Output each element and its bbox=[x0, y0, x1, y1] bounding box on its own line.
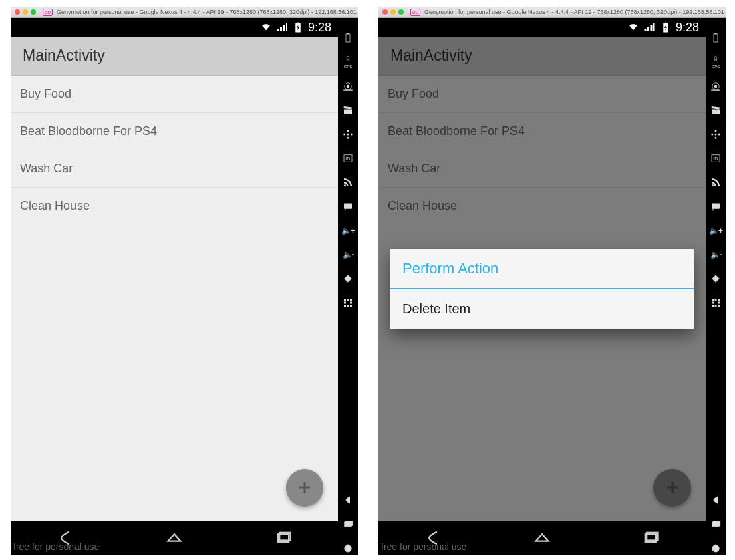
multitask-icon[interactable] bbox=[709, 517, 722, 531]
rss-icon[interactable] bbox=[341, 176, 355, 189]
move-icon[interactable] bbox=[709, 128, 722, 141]
sidebar-back-icon[interactable] bbox=[709, 493, 722, 507]
svg-rect-23 bbox=[350, 299, 352, 301]
id-icon[interactable]: ID bbox=[709, 152, 722, 165]
list-item[interactable]: Clean House bbox=[11, 188, 338, 225]
svg-rect-10 bbox=[344, 110, 352, 115]
recents-icon[interactable] bbox=[641, 529, 660, 547]
dialog-item-delete[interactable]: Delete Item bbox=[390, 289, 694, 329]
app-screen: MainActivity Buy Food Beat Bloodborne Fo… bbox=[378, 37, 706, 521]
list-item-label: Beat Bloodborne For PS4 bbox=[20, 124, 157, 138]
pixel-icon[interactable] bbox=[341, 296, 355, 309]
svg-rect-56 bbox=[718, 299, 720, 301]
svg-rect-24 bbox=[344, 302, 346, 304]
battery-icon[interactable] bbox=[341, 31, 355, 45]
signal-icon bbox=[276, 21, 288, 33]
move-icon[interactable] bbox=[341, 128, 355, 141]
svg-rect-25 bbox=[350, 302, 352, 304]
android-statusbar: 9:28 bbox=[11, 18, 338, 37]
svg-rect-54 bbox=[712, 299, 714, 301]
clapper-icon[interactable] bbox=[709, 104, 722, 117]
sidebar-back-icon[interactable] bbox=[341, 493, 355, 507]
emulator-window-left: o0 Genymotion for personal use - Google … bbox=[11, 7, 358, 555]
device-right: 9:28 MainActivity Buy Food Beat Bloodbor… bbox=[378, 18, 706, 555]
android-statusbar: 9:28 bbox=[378, 18, 706, 37]
volume-down-icon[interactable]: 🔈- bbox=[341, 248, 355, 261]
back-icon[interactable] bbox=[56, 529, 75, 547]
battery-charging-icon bbox=[659, 21, 672, 33]
minimize-icon[interactable] bbox=[23, 9, 28, 15]
close-icon[interactable] bbox=[15, 9, 20, 15]
svg-point-14 bbox=[343, 134, 345, 136]
window-title: Genymotion for personal use - Google Nex… bbox=[57, 9, 357, 15]
svg-rect-60 bbox=[715, 305, 717, 307]
list-item[interactable]: Beat Bloodborne For PS4 bbox=[11, 113, 338, 150]
context-dialog: Perform Action Delete Item bbox=[390, 249, 694, 329]
home-icon[interactable] bbox=[165, 529, 184, 547]
rotate-icon[interactable] bbox=[709, 272, 722, 285]
svg-point-8 bbox=[347, 85, 350, 88]
svg-rect-22 bbox=[347, 299, 349, 301]
svg-rect-37 bbox=[714, 34, 718, 42]
close-icon[interactable] bbox=[382, 9, 388, 15]
recents-icon[interactable] bbox=[274, 529, 293, 547]
genymotion-sidebar: GPS ID 🔈+ 🔈- bbox=[706, 18, 726, 555]
svg-rect-63 bbox=[713, 521, 720, 526]
clapper-icon[interactable] bbox=[341, 104, 355, 117]
svg-point-51 bbox=[712, 184, 714, 186]
svg-rect-57 bbox=[712, 302, 714, 304]
list-item-label: Wash Car bbox=[20, 162, 73, 176]
id-icon[interactable]: ID bbox=[341, 152, 355, 165]
pixel-icon[interactable] bbox=[709, 296, 722, 309]
mac-titlebar[interactable]: o0 Genymotion for personal use - Google … bbox=[378, 7, 726, 18]
svg-rect-58 bbox=[718, 302, 720, 304]
action-bar: MainActivity bbox=[11, 37, 338, 76]
power-icon[interactable] bbox=[341, 541, 355, 555]
svg-rect-28 bbox=[350, 305, 352, 307]
svg-rect-20 bbox=[345, 275, 352, 283]
minimize-icon[interactable] bbox=[390, 9, 396, 15]
genymotion-sidebar: GPS ID 🔈+ 🔈- bbox=[338, 18, 358, 555]
volume-up-icon[interactable]: 🔈+ bbox=[709, 224, 722, 237]
mac-titlebar[interactable]: o0 Genymotion for personal use - Google … bbox=[11, 7, 358, 18]
app-title: MainActivity bbox=[23, 47, 105, 65]
gps-icon[interactable]: GPS bbox=[341, 55, 355, 69]
back-icon[interactable] bbox=[424, 529, 442, 547]
genymotion-logo: o0 bbox=[410, 9, 420, 16]
power-icon[interactable] bbox=[709, 541, 722, 555]
svg-rect-52 bbox=[712, 204, 720, 209]
svg-point-13 bbox=[347, 137, 349, 139]
list-item[interactable]: Buy Food bbox=[11, 76, 338, 113]
svg-point-45 bbox=[715, 130, 717, 132]
volume-up-icon[interactable]: 🔈+ bbox=[341, 224, 355, 237]
rss-icon[interactable] bbox=[709, 176, 722, 189]
home-icon[interactable] bbox=[533, 529, 551, 547]
sms-icon[interactable] bbox=[709, 200, 722, 213]
fab-add-button[interactable] bbox=[286, 469, 323, 507]
svg-rect-61 bbox=[718, 305, 720, 307]
maximize-icon[interactable] bbox=[31, 9, 36, 15]
multitask-icon[interactable] bbox=[341, 517, 355, 531]
svg-point-47 bbox=[711, 134, 713, 136]
svg-rect-27 bbox=[347, 305, 349, 307]
svg-point-41 bbox=[714, 85, 718, 88]
svg-point-46 bbox=[715, 137, 717, 139]
camera-icon[interactable] bbox=[709, 80, 722, 93]
app-screen: MainActivity Buy Food Beat Bloodborne Fo… bbox=[11, 37, 338, 521]
svg-point-18 bbox=[344, 184, 346, 186]
clock: 9:28 bbox=[308, 21, 331, 35]
svg-rect-26 bbox=[344, 305, 346, 307]
volume-down-icon[interactable]: 🔈- bbox=[709, 248, 722, 261]
android-navbar: free for personal use bbox=[11, 521, 338, 555]
svg-text:ID: ID bbox=[713, 156, 718, 161]
svg-rect-30 bbox=[345, 521, 353, 526]
battery-icon[interactable] bbox=[709, 31, 722, 45]
signal-icon bbox=[643, 21, 655, 33]
list-item[interactable]: Wash Car bbox=[11, 150, 338, 188]
gps-icon[interactable]: GPS bbox=[709, 55, 722, 69]
maximize-icon[interactable] bbox=[398, 9, 404, 15]
sms-icon[interactable] bbox=[341, 200, 355, 213]
rotate-icon[interactable] bbox=[341, 272, 355, 285]
camera-icon[interactable] bbox=[341, 80, 355, 93]
emulator-window-right: o0 Genymotion for personal use - Google … bbox=[378, 7, 726, 555]
